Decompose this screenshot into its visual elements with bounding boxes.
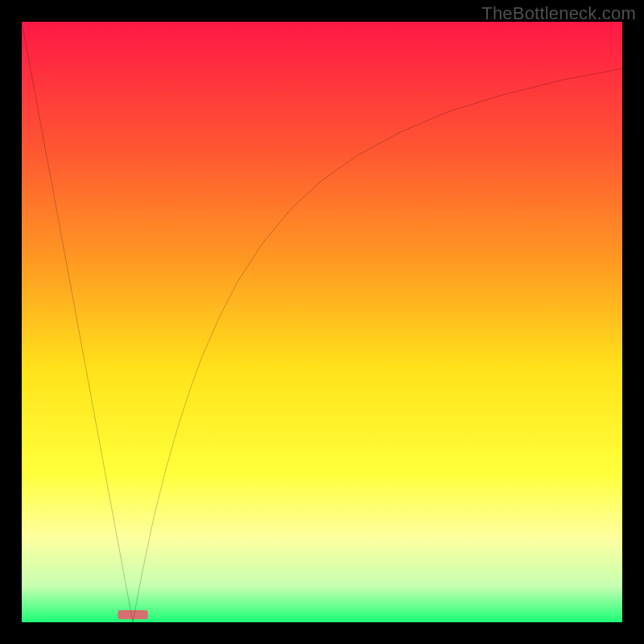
bottleneck-chart: [22, 22, 622, 622]
minimum-marker: [118, 610, 147, 619]
chart-frame: TheBottleneck.com: [0, 0, 644, 644]
plot-background: [22, 22, 622, 622]
